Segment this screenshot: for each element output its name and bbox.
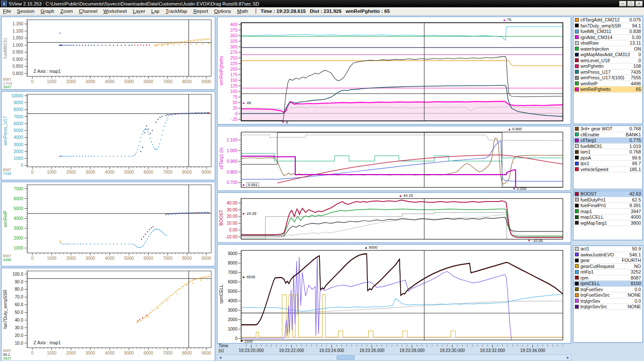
channel-row[interactable]: wmLevel_U180: [574, 58, 642, 64]
channel-name: wmPress_U17-f(100): [580, 75, 624, 80]
window-title: SView 2.15.253 : C:\Users\Public\Documen…: [9, 1, 259, 6]
channel-row[interactable]: waterInjectionON: [574, 46, 642, 52]
x-tick-label: 6000: [139, 351, 158, 355]
channel-row[interactable]: wgMapTarg13800: [574, 220, 642, 226]
scrollbar-thumb[interactable]: [337, 355, 355, 360]
channel-row[interactable]: rpmCELL8100: [574, 281, 642, 287]
menu-item-worksheet[interactable]: Worksheet: [100, 8, 130, 15]
horizontal-scrollbar[interactable]: ◄►: [217, 355, 571, 361]
channel-row[interactable]: trqFuelSevSrcNONE: [574, 292, 642, 298]
channel-row[interactable]: relFp13252: [574, 269, 642, 275]
channel-row[interactable]: wmPghetto108: [574, 63, 642, 69]
x-tick-label: 8000: [178, 79, 197, 84]
channel-color-swatch: [575, 204, 579, 208]
channel-row[interactable]: 3rd+ gear WOT0.768: [574, 126, 642, 132]
x-tick-label: 9000: [197, 170, 216, 174]
menu-item-math[interactable]: Math: [234, 8, 251, 15]
channel-row[interactable]: trqIgnSevSrcNONE: [574, 304, 642, 310]
x-tick-label: 8000: [178, 351, 197, 355]
channel-row[interactable]: cllTargAdd_CM2120.075: [574, 17, 642, 23]
menu-item-report[interactable]: Report: [190, 8, 211, 15]
x-tick-label: 5000: [120, 79, 139, 84]
channel-value: 185.1: [628, 167, 641, 172]
scatter-panel-fan7Duty_wmpSSR[interactable]: 100.090.080.070.060.050.040.030.020.010.…: [1, 268, 216, 361]
channel-row[interactable]: fuelMltCll11.019: [574, 144, 642, 150]
channel-row[interactable]: tps199.7: [574, 161, 642, 167]
menu-item-zoom[interactable]: Zoom: [57, 8, 76, 15]
channel-row[interactable]: wgMapMaxAdd_CM3130: [574, 52, 642, 58]
channel-row[interactable]: map1CELL4000: [574, 214, 642, 220]
channel-row[interactable]: fuelFinalPri19.391: [574, 203, 642, 209]
channel-row[interactable]: gearFOURTH: [574, 258, 642, 264]
time-chart-cllTarg1 (λ)[interactable]: 1.1001.0000.9000.8000.700cllTarg1 (λ)▲ 0…: [217, 126, 571, 191]
scroll-right-arrow[interactable]: ►: [565, 355, 571, 360]
channel-row[interactable]: wmPress_U177435: [574, 69, 642, 75]
menu-item-graph[interactable]: Graph: [37, 8, 57, 15]
channel-row[interactable]: act150.9: [574, 246, 642, 252]
channel-name: ppsA: [580, 155, 591, 160]
menu-item-session[interactable]: Session: [14, 8, 38, 15]
channel-name: fuelMlt_CM311: [580, 29, 611, 34]
channel-value: 0.0: [633, 287, 641, 292]
time-chart-wmRelPghetto[interactable]: 4003753503253002752502252001751501251007…: [217, 16, 571, 125]
x-tick-label: 8000: [178, 256, 197, 261]
channel-row[interactable]: fan7Duty_wmpSSR94.1: [574, 23, 642, 29]
scatter-plot-column: 1.1501.1001.0501.0000.9500.9000.8500.800…: [1, 16, 216, 360]
channel-group-1: cllTargAdd_CM2120.075fan7Duty_wmpSSR94.1…: [573, 16, 643, 124]
channel-row[interactable]: ppsA99.6: [574, 155, 642, 161]
channel-row[interactable]: vbatRaw13.11: [574, 40, 642, 46]
channel-row[interactable]: fuelMlt_CM3110.838: [574, 29, 642, 35]
scatter-panel-wmPress_U17[interactable]: 1000090008000700060005000400030002000100…: [1, 91, 216, 180]
channel-row[interactable]: map13947: [574, 209, 642, 215]
time-tick-label: 19:23:22.000: [272, 348, 311, 353]
x-tick-label: 2000: [61, 170, 80, 174]
close-button[interactable]: ×: [635, 1, 643, 6]
channel-name: wgMapTarg1: [580, 220, 607, 226]
maximize-button[interactable]: □: [627, 1, 635, 6]
menu-item-trackmap[interactable]: TrackMap: [162, 8, 190, 15]
channel-row[interactable]: ignAdd_CM3145.00: [574, 35, 642, 41]
channel-row[interactable]: cllTarg10.775: [574, 138, 642, 144]
menu-item-layer[interactable]: Layer: [130, 8, 148, 15]
channel-row[interactable]: trqIgnSev0.0: [574, 298, 642, 304]
channel-row[interactable]: wmRelPghetto65: [574, 87, 642, 93]
channel-name: 3rd+ gear WOT: [580, 126, 613, 131]
channel-row[interactable]: awkwJustinEVO546.1: [574, 252, 642, 258]
channel-color-swatch: [575, 138, 579, 142]
channel-row[interactable]: fuelDutyPri162.5: [574, 197, 642, 203]
channel-value: 0.775: [628, 138, 641, 143]
time-tick-label: 19:23:20.000: [232, 348, 270, 353]
x-tick-label: 6000: [139, 256, 158, 261]
channel-row[interactable]: BOOST42.63: [574, 191, 642, 197]
minimize-button[interactable]: ─: [619, 1, 626, 6]
channel-row[interactable]: trqFuelSev0.0: [574, 287, 642, 293]
scatter-panel-wmRelP[interactable]: 7000600050004000300020001000010002000300…: [1, 181, 216, 267]
channel-color-swatch: [575, 192, 579, 196]
menu-item-channel[interactable]: Channel: [76, 8, 100, 15]
channel-value: 0.768: [628, 149, 641, 154]
channel-row[interactable]: gearCutRequestNO: [574, 264, 642, 270]
channel-row[interactable]: lam10.768: [574, 149, 642, 155]
time-chart-BOOST[interactable]: 40.0030.0020.0010.000.00-10.00BOOST▲ 44.…: [217, 192, 571, 243]
channel-row[interactable]: vehicleSpeed185.1: [574, 167, 642, 173]
min-marker: ▼ -10.95: [528, 238, 543, 243]
scroll-left-arrow[interactable]: ◄: [217, 355, 223, 360]
channel-name: cllEnable: [580, 132, 599, 137]
channel-name: wmRelPghetto: [580, 87, 611, 92]
channel-name: fan7Duty_wmpSSR: [580, 23, 621, 28]
channel-row[interactable]: wmRelP4496: [574, 81, 642, 87]
channel-value: 65: [634, 87, 641, 92]
menu-item-lap[interactable]: Lap: [148, 8, 162, 15]
menu-item-options[interactable]: Options: [211, 8, 234, 15]
channel-row[interactable]: cllEnableBANK1: [574, 132, 642, 138]
channel-color-swatch: [575, 167, 579, 171]
channel-color-swatch: [575, 253, 579, 256]
channel-color-swatch: [575, 221, 579, 225]
channel-row[interactable]: wmPress_U17-f(100)7555: [574, 75, 642, 81]
scatter-panel-fuelMltCll1[interactable]: 1.1501.1001.0501.0000.9500.9000.8500.800…: [1, 16, 216, 90]
channel-row[interactable]: rpm8087: [574, 275, 642, 281]
channel-name: ignAdd_CM314: [580, 35, 612, 40]
x-tick-label: 1000: [42, 351, 61, 355]
time-chart-rpmCELL[interactable]: 9000800070006000500040003000200010000rpm…: [217, 244, 571, 344]
menu-item-file[interactable]: File: [0, 8, 14, 15]
